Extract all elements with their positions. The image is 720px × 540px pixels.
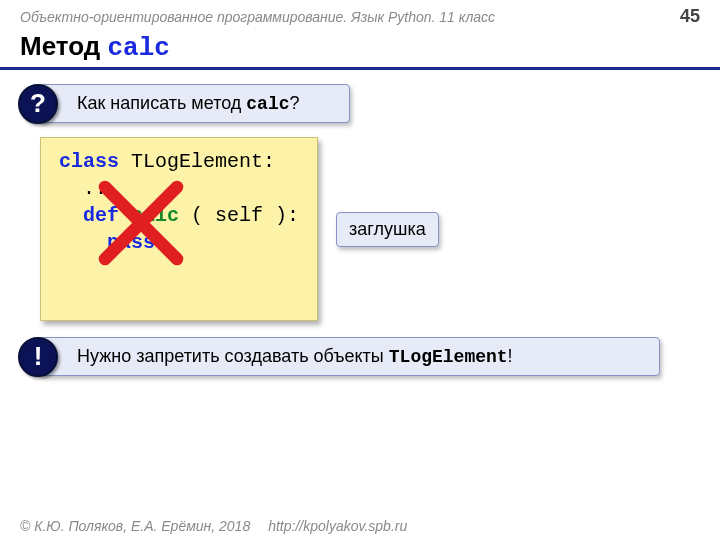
code-l4a [59, 231, 107, 254]
slide-title: Метод calc [0, 29, 720, 70]
question-text-after: ? [290, 93, 300, 113]
footer: © К.Ю. Поляков, Е.А. Ерёмин, 2018 http:/… [0, 518, 720, 534]
warning-callout: Нужно запретить создавать объекты TLogEl… [40, 337, 660, 376]
header-bar: Объектно-ориентированное программировани… [0, 0, 720, 29]
warning-text-after: ! [508, 346, 513, 366]
warning-text-before: Нужно запретить создавать объекты [77, 346, 389, 366]
code-block: class TLogElement: ... def calc ( self )… [40, 137, 318, 321]
kw-class: class [59, 150, 119, 173]
code-l1b: TLogElement: [119, 150, 275, 173]
kw-pass: pass [107, 231, 155, 254]
stub-tag: заглушка [336, 212, 439, 247]
warning-code: TLogElement [389, 347, 508, 367]
question-code: calc [246, 94, 289, 114]
course-title: Объектно-ориентированное программировани… [20, 9, 495, 25]
page-number: 45 [680, 6, 700, 27]
question-callout: Как написать метод calc? [40, 84, 350, 123]
title-code: calc [107, 33, 169, 63]
title-prefix: Метод [20, 31, 107, 61]
code-l3a [59, 204, 83, 227]
warning-badge: ! [18, 337, 58, 377]
code-l2: ... [59, 177, 119, 200]
code-method-name: calc [131, 204, 179, 227]
code-l3c [119, 204, 131, 227]
copyright: © К.Ю. Поляков, Е.А. Ерёмин, 2018 [20, 518, 250, 534]
question-badge: ? [18, 84, 58, 124]
kw-def: def [83, 204, 119, 227]
footer-url: http://kpolyakov.spb.ru [268, 518, 407, 534]
code-l3e: ( self ): [179, 204, 299, 227]
question-text-before: Как написать метод [77, 93, 246, 113]
